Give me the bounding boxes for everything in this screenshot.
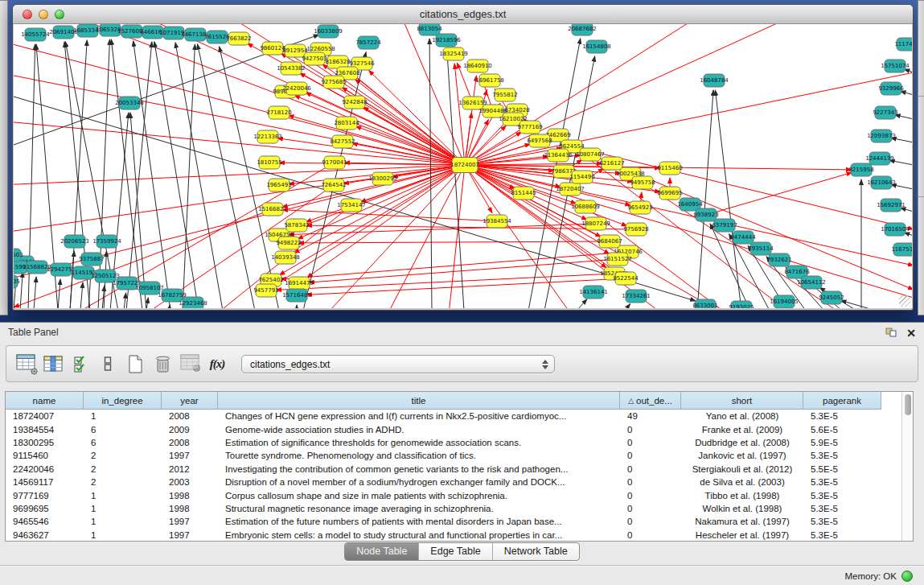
network-canvas[interactable]: 1872400714055724206914061685334110653287… xyxy=(14,24,912,308)
table-cell: 0 xyxy=(620,530,681,540)
column-header-label: pagerank xyxy=(823,396,861,406)
dropdown-stepper-icon xyxy=(540,357,549,372)
column-header-title[interactable]: title xyxy=(218,392,620,409)
table-cell: 5.3E-5 xyxy=(803,504,881,513)
table-settings-icon[interactable] xyxy=(14,352,37,376)
graph-node-label: 21364436 xyxy=(544,152,573,159)
memory-status: Memory: OK xyxy=(844,571,913,582)
table-cell: Changes of HCN gene expression and I(f) … xyxy=(218,411,620,421)
table-panel-title: Table Panel xyxy=(8,327,59,338)
scrollbar-thumb[interactable] xyxy=(905,394,911,415)
table-toolbar: f(x) citations_edges.txt xyxy=(6,345,918,382)
graph-node-label: 7932621 xyxy=(766,257,791,263)
graph-node-label: 18325419 xyxy=(439,51,468,57)
graph-node-label: 8186328 xyxy=(325,59,350,65)
tab-edge-table[interactable]: Edge Table xyxy=(419,543,492,560)
column-header-label: out_de... xyxy=(636,396,672,406)
table-cell: 0 xyxy=(620,491,681,501)
table-row[interactable]: 2242004622012Investigating the contribut… xyxy=(6,463,913,476)
table-cell: Stergiakouli et al. (2012) xyxy=(681,464,803,474)
column-header-name[interactable]: name xyxy=(6,392,84,409)
table-tabs: Node TableEdge TableNetwork Table xyxy=(344,542,579,561)
graph-node-label: 5878342 xyxy=(284,222,309,229)
select-rows-check-icon[interactable] xyxy=(69,352,92,376)
graph-edge xyxy=(465,163,602,165)
table-cell: 5.3E-5 xyxy=(803,491,881,501)
graph-node-label: 1154490 xyxy=(569,174,594,180)
graph-node-label: 2803144 xyxy=(334,120,359,126)
graph-node-label: 12505123 xyxy=(91,273,120,279)
graph-node-label: 15751074 xyxy=(881,63,910,69)
graph-node-label: 19384554 xyxy=(483,218,511,225)
graph-node-label: 9242848 xyxy=(342,99,367,105)
table-cell: Estimation of the future numbers of pati… xyxy=(218,517,620,526)
table-cell: Corpus callosum shape and size in male p… xyxy=(218,491,620,501)
sort-ascending-icon: △ xyxy=(628,397,634,405)
row-height-icon[interactable] xyxy=(97,352,119,376)
graph-node-label: 15166827 xyxy=(258,206,287,212)
graph-node-label: 6379197 xyxy=(712,222,737,229)
graph-node-label: 9699695 xyxy=(657,190,682,196)
graph-node-label: 8427552 xyxy=(330,138,355,145)
table-cell: Wolkin et al. (1998) xyxy=(681,504,803,513)
graph-node-label: 7663822 xyxy=(226,35,251,42)
tab-node-table[interactable]: Node Table xyxy=(345,543,419,560)
table-row[interactable]: 969969511998Structural magnetic resonanc… xyxy=(6,502,913,515)
column-header-short[interactable]: short xyxy=(681,392,803,409)
table-row[interactable]: 946362711997Embryonic stem cells: a mode… xyxy=(6,529,913,542)
table-cell: 2012 xyxy=(162,464,218,474)
graph-node-label: 9654923 xyxy=(627,204,652,211)
graph-edge xyxy=(58,279,60,308)
table-cell: 0 xyxy=(620,477,681,487)
graph-edge xyxy=(70,251,74,308)
table-row[interactable]: 977716911998Corpus callosum shape and si… xyxy=(6,488,913,501)
citation-network-graph: 1872400714055724206914061685334110653287… xyxy=(14,24,912,308)
column-header-pagerank[interactable]: pagerank xyxy=(803,392,881,409)
graph-edge xyxy=(369,70,465,165)
table-selector-dropdown[interactable]: citations_edges.txt xyxy=(241,355,555,373)
table-cell: 0 xyxy=(620,517,681,526)
graph-node-label: 8813054 xyxy=(417,26,442,32)
network-view-window[interactable]: citations_edges.txt 18724007140557242069… xyxy=(12,4,914,311)
graph-node-label: 14136141 xyxy=(579,289,608,295)
graph-node-label: 8938923 xyxy=(693,212,718,218)
status-divider xyxy=(0,565,924,566)
tab-network-table[interactable]: Network Table xyxy=(493,543,579,560)
table-row[interactable]: 1938455462009Genome-wide association stu… xyxy=(6,422,913,435)
table-row[interactable]: 1872400712008Changes of HCN gene express… xyxy=(6,410,913,422)
column-header-in_degree[interactable]: in_degree xyxy=(84,392,162,409)
window-titlebar[interactable]: citations_edges.txt xyxy=(13,5,913,24)
graph-node-label: 9275685 xyxy=(321,79,346,85)
vertical-scrollbar[interactable] xyxy=(901,392,913,541)
graph-node-label: 8522544 xyxy=(613,275,639,282)
table-row[interactable]: 1456911722003Disruption of a novel membe… xyxy=(6,476,913,488)
float-panel-icon[interactable] xyxy=(885,326,897,340)
close-panel-icon[interactable]: ✕ xyxy=(906,328,916,339)
resize-grip[interactable] xyxy=(899,295,910,307)
graph-node-label: 9170041 xyxy=(322,159,347,166)
graph-edge xyxy=(309,259,618,282)
import-table-icon-disabled[interactable] xyxy=(179,352,201,376)
table-cell: Genome-wide association studies in ADHD. xyxy=(218,425,620,435)
table-row[interactable]: 946554611997Estimation of the future num… xyxy=(6,515,913,528)
function-builder-icon[interactable]: f(x) xyxy=(206,352,228,376)
graph-node-label: 6497568 xyxy=(527,138,552,144)
delete-table-icon[interactable] xyxy=(151,352,174,376)
table-cell: Estimation of significance thresholds fo… xyxy=(218,438,620,447)
table-row[interactable]: 1830029562008Estimation of significance … xyxy=(6,436,913,449)
table-cell: 5.9E-5 xyxy=(803,438,881,447)
graph-node-label: 16210643 xyxy=(867,179,896,186)
table-cell: Embryonic stem cells: a model to study s… xyxy=(218,530,620,540)
table-row[interactable]: 911546021997Tourette syndrome. Phenomeno… xyxy=(6,449,913,462)
column-select-icon[interactable] xyxy=(42,352,64,376)
new-table-icon[interactable] xyxy=(124,352,146,376)
graph-node-label: 17534147 xyxy=(337,202,366,208)
graph-node-label: 9860124 xyxy=(260,45,285,51)
table-cell: 22420046 xyxy=(6,464,84,474)
graph-node-label: 16194005 xyxy=(770,299,799,305)
table-cell: 18300295 xyxy=(6,438,84,447)
column-header-out_de[interactable]: △out_de... xyxy=(620,392,681,409)
column-header-year[interactable]: year xyxy=(162,392,218,409)
graph-node-label: 2718120 xyxy=(266,109,291,116)
table-cell: 9699695 xyxy=(6,504,84,513)
